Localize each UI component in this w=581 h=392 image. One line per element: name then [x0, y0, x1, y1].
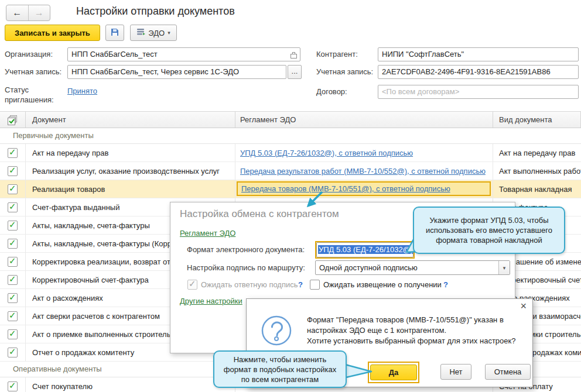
help-icon[interactable]: ? [443, 280, 448, 289]
checkbox-checked[interactable] [8, 184, 18, 194]
col-document[interactable]: Документ [26, 112, 235, 128]
table-row[interactable]: Акт на передачу прав УПД 5.03 (ЕД-7-26/1… [0, 144, 581, 162]
yes-tip-callout: Нажмите, чтобы изменить формат в подобны… [213, 350, 347, 388]
reg-cell: УПД 5.03 (ЕД-7-26/1032@), с ответной под… [235, 144, 493, 161]
format-selected-text: УПД 5.03 (ЕД-7-26/1032@) [318, 245, 413, 254]
col-reglament[interactable]: Регламент ЭДО [235, 112, 493, 128]
account-choose-button[interactable]: ... [288, 65, 302, 79]
route-label: Настройка подпись по маршруту: [187, 263, 305, 272]
table-row[interactable]: Реализация услуг, оказание производствен… [0, 162, 581, 180]
counterparty-value: НИПИ "СофтГлавСеть" [382, 50, 464, 59]
edo-menu-label: ЭДО [148, 29, 165, 37]
close-icon[interactable]: × [520, 300, 527, 312]
question-icon [259, 315, 294, 352]
wait-sign-checkbox [187, 280, 197, 290]
organization-label: Организация: [5, 50, 53, 59]
reg-cell: Передача результатов работ (ММВ-7-10/552… [235, 162, 493, 180]
contract-label: Договор: [316, 87, 347, 96]
edo-menu-button[interactable]: ЭДО ▾ [130, 25, 177, 41]
doc-cell: Акт на передачу прав [26, 144, 235, 161]
col-doc-kind[interactable]: Вид документа [493, 112, 581, 128]
row-checkbox-cell[interactable] [0, 271, 26, 288]
checkbox-checked[interactable] [8, 329, 18, 339]
confirm-text-line: Хотите установить выбранный формат для э… [307, 336, 515, 345]
row-checkbox-cell[interactable] [0, 289, 26, 307]
reglament-link[interactable]: Передача результатов работ (ММВ-7-10/552… [240, 167, 486, 176]
open-form-icon[interactable] [290, 50, 298, 61]
row-checkbox-cell[interactable] [0, 180, 26, 198]
help-icon[interactable]: ? [298, 280, 303, 289]
checkbox-checked[interactable] [8, 148, 18, 158]
selected-cell-highlight: Передача товаров (ММВ-7-10/551@), с отве… [237, 181, 491, 196]
row-checkbox-cell[interactable] [0, 343, 26, 361]
cp-account-label: Учетная запись: [316, 67, 373, 76]
combo-caret-button[interactable]: ▾ [498, 261, 510, 274]
save-and-close-button[interactable]: Записать и закрыть [5, 25, 100, 41]
invitation-status-label: Статус приглашения: [5, 85, 59, 105]
cp-account-value: 2AE7CDF0AB2-2496-4F91-9316-8EA21591AB86 [382, 67, 551, 76]
row-checkbox-cell[interactable] [0, 216, 26, 234]
vid-cell: Акт на передачу прав [493, 144, 581, 161]
invitation-status-link[interactable]: Принято [67, 87, 97, 95]
header-checkbox-cell[interactable] [0, 112, 26, 128]
row-checkbox-cell[interactable] [0, 162, 26, 180]
checkbox-checked[interactable] [8, 381, 18, 391]
checkbox-checked[interactable] [8, 311, 18, 321]
account-field[interactable]: НПП СнабБагСель_тест, Через сервис 1С-ЭД… [67, 65, 286, 79]
wait-notice-checkbox[interactable] [310, 280, 320, 290]
contract-placeholder: <По всем договорам> [382, 87, 459, 96]
save-button[interactable] [105, 25, 124, 41]
table-header: Документ Регламент ЭДО Вид документа [0, 112, 581, 128]
doc-cell: Реализация услуг, оказание производствен… [26, 162, 235, 180]
checkbox-checked[interactable] [8, 239, 18, 249]
counterparty-field[interactable]: НИПИ "СофтГлавСеть" [378, 47, 579, 61]
checkbox-checked[interactable] [8, 348, 18, 357]
yes-button[interactable]: Да [370, 365, 417, 380]
organization-value: НПП СнабБагСель_тест [71, 50, 158, 59]
reglament-edo-link[interactable]: Регламент ЭДО [180, 229, 235, 238]
vid-cell: Акт выполненных работ [493, 162, 581, 180]
checkbox-checked[interactable] [8, 275, 18, 285]
row-checkbox-cell[interactable] [0, 198, 26, 216]
row-checkbox-cell[interactable] [0, 253, 26, 270]
checkbox-checked[interactable] [8, 293, 18, 303]
other-settings-link[interactable]: Другие настройки [180, 297, 242, 305]
route-value: Одной доступной подписью [316, 263, 498, 272]
contract-field[interactable]: <По всем договорам> [378, 85, 579, 99]
group-row: Первичные документы [0, 128, 581, 144]
account-label: Учетная запись: [5, 67, 61, 76]
edo-docs-icon [136, 28, 145, 37]
row-checkbox-cell[interactable] [0, 377, 26, 392]
table-row-selected[interactable]: Реализация товаров Товарная накладная Пе… [0, 180, 581, 198]
wait-notice-label: Ожидать извещение о получении [323, 280, 442, 289]
row-checkbox-cell[interactable] [0, 144, 26, 161]
checkbox-checked[interactable] [8, 166, 18, 176]
page-title: Настройки отправки документов [76, 5, 235, 18]
route-select[interactable]: Одной доступной подписью ▾ [315, 260, 510, 275]
cp-account-field[interactable]: 2AE7CDF0AB2-2496-4F91-9316-8EA21591AB86 [378, 65, 579, 79]
dialog-title: Настройка обмена с контрагентом [180, 208, 339, 220]
forward-arrow-icon[interactable]: → [29, 5, 50, 20]
checkbox-checked[interactable] [8, 202, 18, 212]
cancel-button[interactable]: Отмена [485, 364, 531, 380]
row-checkbox-cell[interactable] [0, 235, 26, 252]
format-field-highlight: УПД 5.03 (ЕД-7-26/1032@) [315, 241, 415, 259]
checkbox-checked[interactable] [8, 257, 18, 267]
organization-field[interactable]: НПП СнабБагСель_тест [67, 47, 300, 61]
back-arrow-icon[interactable]: ← [6, 5, 29, 20]
row-checkbox-cell[interactable] [0, 307, 26, 325]
floppy-icon [110, 27, 119, 39]
nav-history: ← → [6, 5, 50, 21]
format-field[interactable]: УПД 5.03 (ЕД-7-26/1032@) [316, 242, 413, 257]
account-value: НПП СнабБагСель_тест, Через сервис 1С-ЭД… [71, 67, 239, 76]
reglament-link-selected[interactable]: Передача товаров (ММВ-7-10/551@), с отве… [241, 184, 450, 193]
row-checkbox-cell[interactable] [0, 325, 26, 343]
wait-sign-label: Ожидать ответную подпись [201, 280, 298, 289]
format-tip-callout: Укажите формат УПД 5.03, чтобы использов… [413, 207, 565, 254]
no-button[interactable]: Нет [440, 364, 471, 380]
checkbox-checked[interactable] [8, 221, 18, 231]
confirm-text-line: настройках ЭДО еще с 1 контрагентом. [307, 326, 446, 335]
counterparty-label: Контрагент: [316, 50, 358, 59]
doc-cell: Реализация товаров [26, 180, 235, 198]
reglament-link[interactable]: УПД 5.03 (ЕД-7-26/1032@), с ответной под… [240, 149, 413, 157]
